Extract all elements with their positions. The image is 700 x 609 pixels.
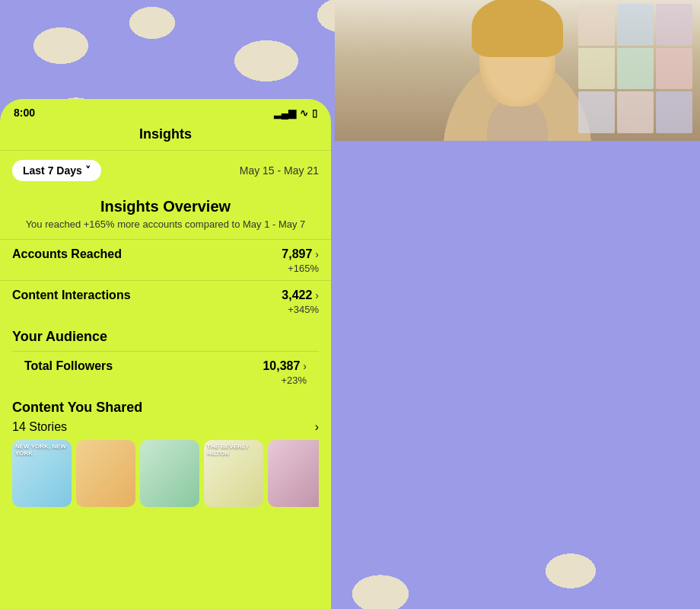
content-interactions-change: +345%: [0, 304, 331, 321]
total-followers-chevron: ›: [303, 360, 307, 372]
accounts-reached-label: Accounts Reached: [12, 247, 122, 261]
profile-photo-bg: [335, 0, 700, 141]
filter-label: Last 7 Days: [23, 164, 82, 177]
content-shared-section: Content You Shared 14 Stories › NEW YORK…: [0, 392, 331, 507]
audience-title: Your Audience: [12, 329, 319, 345]
stories-label: 14 Stories: [12, 420, 67, 434]
total-followers-value: 10,387: [262, 359, 300, 373]
content-interactions-label: Content Interactions: [12, 289, 131, 302]
insights-header: Insights: [0, 122, 331, 151]
left-insights-panel: 8:00 ▂▄▆ ∿ ▯ Insights Last 7 Days ˅ May …: [0, 99, 331, 609]
battery-icon: ▯: [312, 107, 317, 119]
content-interactions-chevron: ›: [315, 289, 319, 301]
wall-photos: [578, 4, 692, 133]
thumb-label-4: THE BEVERLY HILTON: [204, 440, 263, 460]
profile-hair-shape: [472, 0, 563, 57]
story-thumbnails: NEW YORK, NEW YORK THE BEVERLY HILTON: [12, 440, 319, 507]
status-icons: ▂▄▆ ∿ ▯: [274, 107, 317, 119]
chevron-down-icon: ˅: [85, 164, 91, 177]
accounts-reached-change: +165%: [0, 263, 331, 280]
audience-section: Your Audience Total Followers 10,387 › +…: [0, 321, 331, 392]
stories-chevron: ›: [315, 420, 319, 434]
story-thumb-2[interactable]: [76, 440, 135, 507]
insights-overview-subtitle: You reached +165% more accounts compared…: [0, 218, 331, 239]
accounts-reached-value-block: 7,897 ›: [282, 247, 319, 261]
story-thumb-3[interactable]: [140, 440, 199, 507]
content-interactions-metric[interactable]: Content Interactions 3,422 › +345%: [0, 280, 331, 321]
status-bar: 8:00 ▂▄▆ ∿ ▯: [0, 99, 331, 122]
content-shared-title: Content You Shared: [12, 400, 319, 416]
insights-overview-section: Insights Overview You reached +165% more…: [0, 190, 331, 239]
filter-row: Last 7 Days ˅ May 15 - May 21: [0, 151, 331, 190]
time-display: 8:00: [14, 107, 35, 119]
content-interactions-value: 3,422: [282, 289, 312, 302]
story-thumb-4[interactable]: THE BEVERLY HILTON: [204, 440, 263, 507]
total-followers-change: +23%: [12, 375, 319, 392]
accounts-reached-value: 7,897: [282, 247, 312, 261]
total-followers-label: Total Followers: [24, 359, 113, 373]
accounts-reached-metric[interactable]: Accounts Reached 7,897 › +165%: [0, 239, 331, 280]
thumb-label-1: NEW YORK, NEW YORK: [12, 440, 72, 460]
stories-row[interactable]: 14 Stories ›: [12, 417, 319, 440]
date-filter-button[interactable]: Last 7 Days ˅: [12, 160, 101, 181]
insights-overview-title: Insights Overview: [0, 190, 331, 218]
story-thumb-1[interactable]: NEW YORK, NEW YORK: [12, 440, 72, 507]
story-thumb-5[interactable]: [268, 440, 319, 507]
total-followers-metric[interactable]: Total Followers 10,387 › +23%: [12, 351, 319, 392]
total-followers-value-block: 10,387 ›: [262, 359, 307, 373]
date-range-display: May 15 - May 21: [240, 164, 319, 177]
content-interactions-value-block: 3,422 ›: [282, 289, 319, 302]
wifi-icon: ∿: [300, 107, 308, 119]
profile-photo-area: [335, 0, 700, 141]
accounts-reached-chevron: ›: [315, 248, 319, 260]
right-panel: Post Insights Messaging-related insights…: [335, 0, 700, 609]
signal-icon: ▂▄▆: [274, 107, 296, 119]
